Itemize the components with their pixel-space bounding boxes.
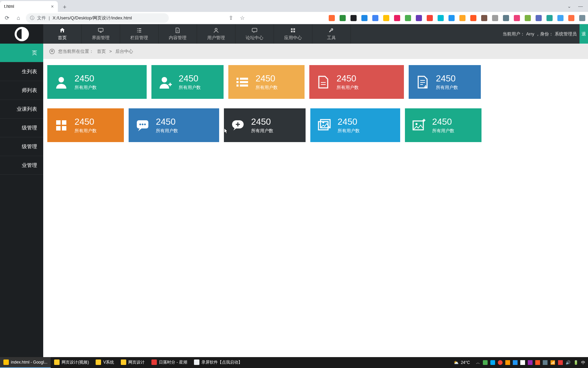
app-icon bbox=[151, 359, 157, 365]
app-icon bbox=[121, 359, 126, 365]
extension-icon[interactable] bbox=[405, 15, 411, 21]
taskbar-item[interactable]: V系统 bbox=[92, 357, 117, 368]
sidebar-item[interactable]: 级管理 bbox=[0, 137, 43, 156]
extension-icon[interactable] bbox=[416, 15, 422, 21]
topnav-grid[interactable]: 应用中心 bbox=[274, 24, 312, 44]
sidebar-item[interactable]: 级管理 bbox=[0, 119, 43, 137]
weather-widget[interactable]: ⛅ 24°C bbox=[450, 360, 473, 365]
extension-icon[interactable] bbox=[383, 15, 389, 21]
extension-icon[interactable] bbox=[536, 15, 542, 21]
topnav-chat[interactable]: 论坛中心 bbox=[235, 24, 274, 44]
browser-tab[interactable]: t.html × bbox=[0, 1, 58, 12]
new-tab-button[interactable]: + bbox=[60, 2, 69, 12]
sidebar-item[interactable]: 生列表 bbox=[0, 62, 43, 81]
logout-button[interactable]: 退 bbox=[579, 24, 588, 44]
stat-card[interactable]: 2450所有用户数 bbox=[309, 65, 404, 99]
sidebar-item[interactable]: 师列表 bbox=[0, 81, 43, 100]
stat-value: 2450 bbox=[256, 73, 278, 84]
stat-card[interactable]: 2450所有用户数 bbox=[151, 65, 224, 99]
address-path: X:/Users/Q/Desktop/网页设计/index.html bbox=[52, 15, 132, 21]
wrench-icon bbox=[328, 27, 334, 33]
extension-icon[interactable] bbox=[481, 15, 487, 21]
topnav-doc[interactable]: 内容管理 bbox=[159, 24, 197, 44]
stat-card[interactable]: 2450所有用户数 bbox=[129, 108, 219, 142]
tray-icon[interactable] bbox=[490, 360, 495, 365]
stat-card[interactable]: 2450所有用户数 bbox=[409, 65, 481, 99]
svg-point-26 bbox=[322, 121, 324, 123]
extension-icon[interactable] bbox=[514, 15, 520, 21]
address-bar[interactable]: ⓘ 文件 | X:/Users/Q/Desktop/网页设计/index.htm… bbox=[26, 13, 169, 23]
extension-icon[interactable] bbox=[350, 15, 357, 21]
battery-icon[interactable]: 🔋 bbox=[573, 360, 578, 365]
tray-chevron-icon[interactable]: ︿ bbox=[476, 360, 480, 366]
home-icon[interactable]: ⌂ bbox=[14, 14, 22, 22]
taskbar-item[interactable]: 网页设计 bbox=[117, 357, 148, 368]
tray-icon[interactable] bbox=[535, 360, 540, 365]
stat-card[interactable]: 2450所有用户数 bbox=[310, 108, 400, 142]
share-icon[interactable]: ⇪ bbox=[227, 14, 235, 22]
extension-icon[interactable] bbox=[525, 15, 531, 21]
taskbar-item[interactable]: 网页设计(视频) bbox=[51, 357, 92, 368]
extension-icon[interactable] bbox=[361, 15, 368, 21]
extension-icon[interactable] bbox=[492, 15, 498, 21]
extension-icon[interactable] bbox=[448, 15, 455, 21]
sidebar-item[interactable]: 业管理 bbox=[0, 156, 43, 175]
taskbar-label: 日落时分 - 星潮 bbox=[159, 359, 187, 365]
tray-icon[interactable] bbox=[520, 360, 525, 365]
tray-icon[interactable] bbox=[505, 360, 510, 365]
tray-icon[interactable] bbox=[513, 360, 518, 365]
minimize-icon[interactable]: ― bbox=[578, 3, 583, 9]
extension-icon[interactable] bbox=[340, 15, 346, 21]
window-dropdown-icon[interactable]: ⌄ bbox=[567, 3, 571, 9]
extension-icon[interactable] bbox=[503, 15, 509, 21]
extension-icon[interactable] bbox=[459, 15, 466, 21]
stat-card[interactable]: 2450所有用户数 bbox=[47, 108, 124, 142]
topnav-monitor[interactable]: 界面管理 bbox=[82, 24, 120, 44]
file-icon bbox=[316, 75, 330, 89]
taskbar-item[interactable]: index.html - Googl... bbox=[0, 357, 51, 368]
taskbar-item[interactable]: 日落时分 - 星潮 bbox=[148, 357, 191, 368]
stat-card[interactable]: 2450所有用户数 bbox=[47, 65, 147, 99]
topnav-list[interactable]: 栏目管理 bbox=[120, 24, 159, 44]
stat-card[interactable]: 2450所有用户数 bbox=[224, 108, 306, 142]
topnav-home[interactable]: 首页 bbox=[43, 24, 82, 44]
tray-icon[interactable] bbox=[483, 360, 488, 365]
reload-icon[interactable]: ⟳ bbox=[3, 14, 11, 22]
extension-icon[interactable] bbox=[579, 15, 585, 21]
svg-point-8 bbox=[162, 77, 167, 82]
extension-icon[interactable] bbox=[546, 15, 553, 21]
tray-icon[interactable] bbox=[543, 360, 548, 365]
extension-icon[interactable] bbox=[470, 15, 476, 21]
taskbar-label: V系统 bbox=[103, 359, 114, 365]
extension-icon[interactable] bbox=[568, 15, 574, 21]
volume-icon[interactable]: 🔊 bbox=[566, 360, 571, 365]
extension-icon[interactable] bbox=[394, 15, 400, 21]
sidebar-item[interactable]: 页 bbox=[0, 44, 43, 62]
extension-icon[interactable] bbox=[427, 15, 433, 21]
logo[interactable] bbox=[0, 24, 43, 44]
stat-card[interactable]: 2450所有用户数 bbox=[228, 65, 305, 99]
extension-icon[interactable] bbox=[329, 15, 335, 21]
taskbar-label: index.html - Googl... bbox=[11, 360, 47, 365]
taskbar-item[interactable]: 录屏软件【点我启动】 bbox=[191, 357, 246, 368]
close-icon[interactable]: × bbox=[51, 4, 54, 9]
star-icon[interactable]: ☆ bbox=[238, 14, 246, 22]
stat-label: 所有用户数 bbox=[75, 85, 97, 91]
doc-icon bbox=[175, 27, 181, 33]
monitor-icon bbox=[98, 27, 104, 33]
ime-indicator[interactable]: 中 bbox=[581, 360, 585, 366]
svg-point-22 bbox=[144, 123, 146, 125]
extension-icon[interactable] bbox=[372, 15, 378, 21]
topnav-user[interactable]: 用户管理 bbox=[197, 24, 235, 44]
extension-icon[interactable] bbox=[557, 15, 564, 21]
sidebar-label: 级管理 bbox=[22, 125, 37, 131]
tray-icon[interactable] bbox=[558, 360, 563, 365]
breadcrumb-home[interactable]: 首页 bbox=[97, 48, 106, 55]
wifi-icon[interactable]: 📶 bbox=[550, 360, 555, 365]
tray-icon[interactable] bbox=[498, 360, 503, 365]
sidebar-item[interactable]: 业课列表 bbox=[0, 100, 43, 119]
tray-icon[interactable] bbox=[528, 360, 533, 365]
topnav-wrench[interactable]: 工具 bbox=[312, 24, 351, 44]
extension-icon[interactable] bbox=[438, 15, 444, 21]
stat-card[interactable]: 2450所有用户数 bbox=[405, 108, 481, 142]
